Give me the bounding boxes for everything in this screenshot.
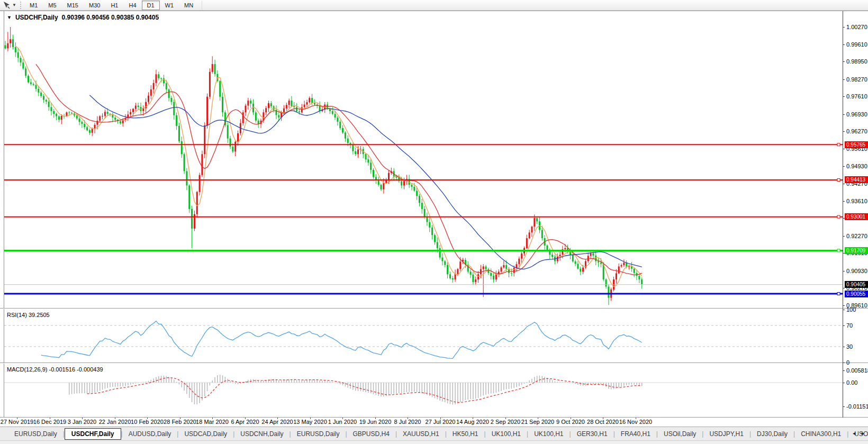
axis-tick: [843, 131, 845, 132]
hline-price-flag: 0.93001: [845, 213, 868, 220]
timeframe-button-w1[interactable]: W1: [160, 1, 179, 10]
window-border-top: [0, 11, 868, 11]
toolbar-grip: [20, 2, 21, 9]
axis-tick: [843, 114, 845, 115]
axis-tick: [843, 96, 845, 97]
price-axis-label: 0.96930: [846, 111, 868, 117]
top-toolbar: ▼ M1M5M15M30H1H4D1W1MN: [0, 0, 868, 11]
price-axis-label: 0.94930: [846, 163, 868, 169]
hline-price-flag: 0.91709: [845, 247, 868, 254]
price-axis-label: 0.99610: [846, 41, 868, 48]
date-axis-label: 16 Nov 2020: [611, 419, 660, 425]
hline-price-flag: 0.95765: [845, 141, 868, 148]
price-axis-label: 0.96270: [846, 128, 868, 134]
timeframe-button-m15[interactable]: M15: [62, 1, 84, 10]
tab-usdcad-daily-3[interactable]: USDCAD,Daily: [178, 428, 233, 440]
tab-china300-h1-16[interactable]: CHINA300,H1: [795, 428, 847, 440]
current-price-flag: 0.90405: [845, 281, 868, 288]
axis-tick: [843, 288, 845, 288]
timeframe-button-m30[interactable]: M30: [84, 1, 105, 10]
axis-tick: [843, 347, 845, 347]
price-axis-label: 0.93610: [846, 198, 868, 204]
pane-separator-highlight: [0, 363, 868, 364]
timeframe-button-h1[interactable]: H1: [105, 1, 123, 10]
price-axis-label: 0.97610: [846, 93, 868, 99]
tabs-scroll-left-icon[interactable]: ◄: [852, 431, 856, 436]
tab-ger30-h1-11[interactable]: GER30,H1: [571, 428, 613, 440]
tab-xauusd-h1-7[interactable]: XAUUSD,H1: [397, 428, 445, 440]
price-axis-label: 0.92270: [846, 233, 868, 239]
price-axis-line: [843, 11, 843, 418]
axis-tick: [843, 310, 845, 310]
price-axis-label: 0.90930: [846, 268, 868, 274]
rsi-axis-label: 0: [846, 359, 868, 366]
timeframe-button-m1[interactable]: M1: [24, 1, 43, 10]
macd-axis-label: 0.00: [846, 379, 868, 386]
tab-fra40-h1-12[interactable]: FRA40,H1: [615, 428, 656, 440]
rsi-axis-label: 70: [846, 322, 868, 329]
hline-price-flag: 0.90055: [845, 291, 868, 297]
axis-tick: [843, 363, 845, 363]
axis-tick: [843, 406, 845, 407]
price-axis-label: 1.00270: [846, 24, 868, 30]
chart-tab-bar: EURUSD,Daily|USDCHF,Daily|AUDUSD,Daily|U…: [0, 427, 868, 440]
toolbar-separator: [202, 1, 202, 10]
timeframe-buttons: M1M5M15M30H1H4D1W1MN: [24, 1, 198, 10]
axis-tick: [843, 201, 845, 202]
axis-tick: [843, 44, 845, 45]
rsi-pane[interactable]: [4, 309, 843, 362]
tab-eurusd-daily-0[interactable]: EURUSD,Daily: [8, 428, 63, 440]
tab-usdchf-daily-1[interactable]: USDCHF,Daily: [65, 428, 121, 440]
tab-usdjpy-h1-14[interactable]: USDJPY,H1: [703, 428, 749, 440]
timeframe-button-m5[interactable]: M5: [43, 1, 61, 10]
axis-tick: [843, 305, 845, 306]
tab-uk100-h1-9[interactable]: UK100,H1: [486, 428, 527, 440]
tab-usdcnh-daily-4[interactable]: USDCNH,Daily: [234, 428, 289, 440]
axis-tick: [843, 383, 845, 383]
pane-separator-highlight: [0, 309, 868, 309]
axis-tick: [843, 149, 845, 149]
timeframe-button-d1[interactable]: D1: [142, 1, 160, 10]
rsi-axis-label: 30: [846, 343, 868, 350]
axis-tick: [843, 79, 845, 80]
tab-eurusd-daily-5[interactable]: EURUSD,Daily: [291, 428, 346, 440]
price-pane[interactable]: [4, 12, 843, 308]
axis-tick: [843, 184, 845, 184]
axis-tick: [843, 370, 845, 371]
macd-label: MACD(12,26,9) -0.001516 -0.000439: [7, 366, 103, 373]
crosshair-cursor-tool-icon[interactable]: [2, 1, 11, 10]
axis-tick: [843, 27, 845, 28]
tab-dj30-daily-15[interactable]: DJ30,Daily: [751, 428, 793, 440]
macd-axis-label: -0.011514: [846, 403, 868, 410]
tab-gbpusd-h4-6[interactable]: GBPUSD,H4: [347, 428, 395, 440]
axis-tick: [843, 61, 845, 62]
tab-uk100-h1-10[interactable]: UK100,H1: [528, 428, 569, 440]
tab-hk50-h1-8[interactable]: HK50,H1: [447, 428, 484, 440]
axis-tick: [843, 166, 845, 167]
rsi-label: RSI(14) 39.2505: [7, 312, 50, 318]
tool-dropdown-caret-icon[interactable]: ▼: [11, 3, 17, 7]
hline-price-flag: 0.94413: [845, 176, 868, 183]
tabs-scroll-right-icon[interactable]: ►: [861, 431, 865, 436]
axis-tick: [843, 271, 845, 271]
macd-values: -0.001516 -0.000439: [49, 366, 103, 373]
rsi-value: 39.2505: [29, 312, 50, 318]
price-axis-label: 0.98950: [846, 58, 868, 65]
axis-tick: [843, 236, 845, 237]
status-bar: [0, 440, 868, 444]
timeframe-button-h4[interactable]: H4: [123, 1, 141, 10]
rsi-axis-label: 100: [846, 306, 868, 313]
price-axis-label: 0.98270: [846, 76, 868, 83]
tab-audusd-daily-2[interactable]: AUDUSD,Daily: [123, 428, 177, 440]
macd-pane[interactable]: [4, 364, 843, 417]
axis-tick: [843, 325, 845, 326]
macd-axis-label: 0.005818: [846, 367, 868, 374]
chart-bottom-axis-line: [0, 417, 868, 418]
timeframe-button-mn[interactable]: MN: [179, 1, 198, 10]
tab-usoil-daily-13[interactable]: USOil,Daily: [658, 428, 702, 440]
